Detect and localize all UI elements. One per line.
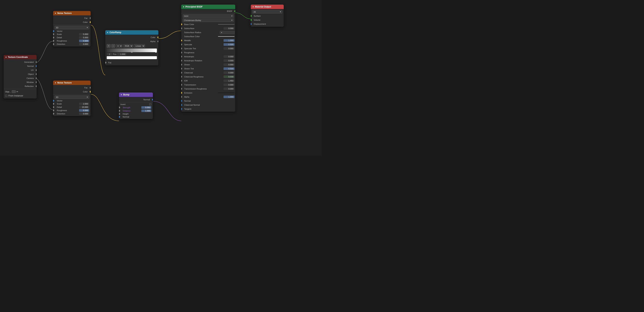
nt-top-scale-value[interactable]: 5.000	[79, 33, 89, 36]
bsdf-alpha-label: Alpha	[182, 96, 224, 98]
socket-cr-fac[interactable]	[105, 62, 106, 64]
bsdf-alpha-value[interactable]: 1.000	[224, 96, 234, 98]
nt-top-distortion-value[interactable]: 0.000	[79, 43, 89, 46]
texture-coordinate-header[interactable]: ▼ Texture Coordinate	[4, 55, 36, 59]
socket-nt-top-roughness[interactable]	[53, 40, 54, 42]
bsdf-trans-value[interactable]: 0.000	[224, 84, 234, 86]
bump-invert-checkbox[interactable]	[149, 103, 152, 106]
nt-bot-distortion-value[interactable]: 0.000	[79, 112, 89, 115]
bump-distance-value[interactable]: 1.000	[141, 110, 152, 112]
bsdf-specular-value[interactable]: 0.500	[224, 43, 234, 46]
bsdf-metallic-value[interactable]: 1.000	[224, 39, 234, 42]
nt-top-distortion-label: Distortion	[54, 43, 78, 45]
socket-reflection-out[interactable]	[36, 85, 36, 87]
nt-top-dim-select[interactable]: 3D ▾	[54, 26, 89, 29]
bsdf-ior-value[interactable]: 1.450	[224, 80, 234, 82]
cr-add-btn[interactable]: +	[107, 44, 110, 48]
mat-output-target-select[interactable]: All ▾	[252, 10, 282, 14]
bsdf-sss-select[interactable]: Christensen-Burley ▾	[183, 18, 234, 22]
bump-strength-value[interactable]: 0.050	[141, 106, 152, 109]
eyedropper-icon[interactable]: ✏	[16, 90, 18, 93]
cr-gradient-bar[interactable]	[107, 48, 157, 52]
socket-nt-bot-vector[interactable]	[53, 100, 54, 102]
socket-cr-color[interactable]	[158, 36, 158, 38]
nt-bot-scale-row: Scale 2.000	[53, 102, 90, 106]
socket-normal-out[interactable]	[36, 65, 36, 67]
socket-bump-strength[interactable]	[119, 106, 120, 108]
noise-texture-top-header[interactable]: ▼ Noise Texture	[53, 11, 90, 16]
bsdf-basecolor-label: Base Color	[182, 23, 218, 26]
bsdf-header[interactable]: ▼ Principled BSDF	[181, 4, 235, 9]
bsdf-clearcoat-value[interactable]: 0.000	[224, 72, 234, 74]
socket-nt-top-color[interactable]	[90, 21, 90, 23]
cr-color-preview[interactable]	[107, 56, 157, 59]
bsdf-specular-row: Specular 0.500	[181, 42, 235, 46]
bsdf-dist-select[interactable]: GGX ▾	[183, 14, 234, 18]
nt-bot-roughness-value[interactable]: 0.500	[79, 109, 89, 112]
socket-bump-height[interactable]	[119, 113, 120, 115]
socket-nt-bot-distortion[interactable]	[53, 113, 54, 114]
nt-top-detail-value[interactable]: 5.000	[79, 36, 89, 39]
cr-rgb-select[interactable]: RGB	[123, 44, 133, 48]
socket-camera-out[interactable]	[36, 77, 36, 79]
noise-texture-bottom-header[interactable]: ▼ Noise Texture	[53, 80, 90, 85]
socket-bump-normalin[interactable]	[119, 116, 120, 118]
bump-normal-label: Normal	[120, 98, 152, 101]
bsdf-subsurface-label: Subsurface	[182, 27, 224, 30]
bsdf-sheen-value[interactable]: 0.000	[224, 63, 234, 66]
socket-nt-bot-detail[interactable]	[53, 106, 54, 108]
nt-bot-detail-value[interactable]: 10.000	[79, 106, 89, 108]
socket-nt-bot-scale[interactable]	[53, 103, 54, 105]
socket-nt-bot-color[interactable]	[90, 91, 90, 93]
nt-top-roughness-value[interactable]: 0.500	[79, 40, 89, 42]
socket-nt-bot-fac[interactable]	[90, 87, 90, 88]
socket-generated-out[interactable]	[36, 61, 36, 63]
cr-remove-btn[interactable]: −	[111, 44, 115, 48]
socket-nt-top-fac[interactable]	[90, 17, 90, 19]
bsdf-subsurface-value[interactable]: 0.000	[224, 27, 234, 30]
nt-top-detail-label: Detail	[54, 36, 78, 39]
socket-cr-alpha[interactable]	[158, 40, 158, 42]
socket-bump-normal[interactable]	[152, 99, 153, 100]
cr-dropdown[interactable]: ▾	[116, 44, 122, 48]
socket-nt-top-scale[interactable]	[53, 33, 54, 35]
bsdf-ssradius-select[interactable]: ▾	[220, 31, 234, 34]
from-instancer-checkbox[interactable]	[5, 95, 7, 97]
bsdf-roughness-label: Roughness	[182, 52, 234, 54]
cr-linear-select[interactable]: Linear	[134, 44, 145, 48]
output-generated: Generated	[4, 60, 36, 64]
nt-top-roughness-label: Roughness	[54, 40, 78, 42]
socket-nt-bot-roughness[interactable]	[53, 110, 54, 111]
bsdf-sheentint-value[interactable]: 0.500	[224, 68, 234, 70]
bsdf-transrough-value[interactable]: 0.000	[224, 88, 234, 90]
bsdf-aniso-value[interactable]: 0.000	[224, 55, 234, 58]
cr-stop-num[interactable]: 1	[107, 53, 112, 56]
socket-nt-top-vector[interactable]	[53, 30, 54, 32]
object-icon[interactable]: ⬛	[12, 90, 16, 93]
socket-nt-top-detail[interactable]	[53, 36, 54, 38]
nt-bot-scale-value[interactable]: 2.000	[79, 102, 89, 105]
socket-uv-out[interactable]	[36, 69, 36, 71]
bsdf-anisorot-value[interactable]: 0.000	[224, 59, 234, 62]
material-output-header[interactable]: ▼ Material Output	[251, 4, 284, 9]
socket-bump-distance[interactable]	[119, 110, 120, 112]
cr-stop-right[interactable]	[155, 51, 157, 52]
colorramp-header[interactable]: ▼ ColorRamp	[105, 30, 158, 34]
bsdf-trans-row: Transmission 0.000	[181, 83, 235, 87]
socket-bsdf-out[interactable]	[234, 10, 235, 12]
bsdf-basecolor-value[interactable]	[218, 24, 234, 24]
bsdf-sscolor-value[interactable]	[218, 36, 234, 36]
cr-stop-left[interactable]	[131, 51, 133, 52]
cr-pos-value[interactable]: 1.000	[117, 53, 126, 56]
socket-object-out[interactable]	[36, 73, 36, 75]
socket-nt-top-distortion[interactable]	[53, 43, 54, 45]
bsdf-clearcoatrough-value[interactable]: 0.030	[224, 76, 234, 78]
bump-header[interactable]: ▼ Bump	[119, 92, 153, 97]
socket-window-out[interactable]	[36, 81, 36, 83]
bsdf-sscolor-label: Subsurface Color	[182, 35, 218, 38]
bsdf-emission-value[interactable]	[218, 93, 234, 93]
bsdf-sheen-row: Sheen 0.000	[181, 62, 235, 67]
bsdf-spectint-value[interactable]: 0.000	[224, 47, 234, 50]
bump-strength-label: Strength	[120, 106, 140, 108]
nt-bot-dim-select[interactable]: 3D ▾	[54, 96, 89, 99]
